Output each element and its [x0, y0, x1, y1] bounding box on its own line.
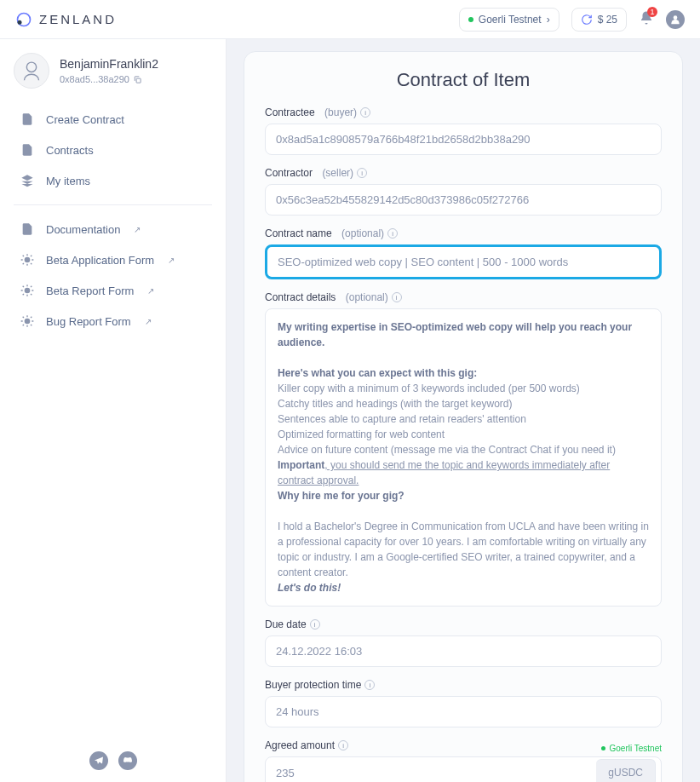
bug-icon	[20, 284, 34, 297]
amount-input[interactable]	[266, 758, 594, 783]
due-date-input[interactable]	[265, 635, 662, 667]
nav-contracts[interactable]: Contracts	[14, 135, 212, 165]
info-icon[interactable]: i	[357, 168, 367, 178]
doc-icon	[20, 222, 34, 236]
contractor-label: Contractor (seller)i	[265, 167, 662, 179]
sidebar: BenjaminFranklin2 0x8ad5...38a290 Create…	[0, 39, 227, 782]
external-link-icon: ↗	[168, 256, 175, 265]
info-icon[interactable]: i	[360, 107, 370, 118]
status-dot-icon	[468, 17, 473, 22]
protection-label: Buyer protection timei	[265, 679, 662, 691]
svg-point-2	[674, 15, 678, 20]
svg-point-1	[18, 20, 22, 24]
telegram-link[interactable]	[89, 751, 108, 770]
divider	[14, 204, 212, 205]
contract-details-text[interactable]: My writing expertise in SEO-optimized we…	[265, 308, 662, 607]
notifications-button[interactable]: 1	[639, 10, 654, 29]
contract-form-card: Contract of Item Contractee (buyer)i Con…	[244, 51, 683, 782]
bug-icon	[20, 253, 34, 267]
contractee-input[interactable]	[265, 124, 662, 155]
contract-details-label: Contract details (optional)i	[265, 291, 662, 303]
external-link-icon: ↗	[147, 286, 154, 296]
due-date-label: Due datei	[265, 618, 662, 630]
nav-beta-report[interactable]: Beta Report Form↗	[14, 275, 212, 306]
amount-label: Agreed amounti	[265, 739, 348, 751]
currency-selector[interactable]: gUSDC	[596, 759, 656, 782]
discord-link[interactable]	[118, 751, 137, 770]
app-header: ZENLAND Goerli Testnet › $ 25 1	[0, 0, 700, 39]
brand-logo[interactable]: ZENLAND	[15, 11, 117, 28]
info-icon[interactable]: i	[387, 228, 398, 239]
account-menu[interactable]	[666, 10, 685, 29]
nav-create-contract[interactable]: Create Contract	[14, 104, 212, 135]
info-icon[interactable]: i	[364, 680, 375, 690]
contractor-input[interactable]	[265, 184, 662, 216]
brand-name: ZENLAND	[39, 12, 117, 26]
info-icon[interactable]: i	[392, 292, 402, 302]
zenland-logo-icon	[15, 11, 32, 28]
nav-documentation[interactable]: Documentation↗	[14, 214, 212, 244]
main-content: Contract of Item Contractee (buyer)i Con…	[227, 39, 700, 782]
user-address: 0x8ad5...38a290	[60, 74, 158, 84]
nav-my-items[interactable]: My items	[14, 165, 212, 196]
protection-input[interactable]	[265, 696, 662, 727]
external-link-icon: ↗	[134, 225, 141, 234]
network-selector[interactable]: Goerli Testnet ›	[459, 8, 559, 32]
copy-icon[interactable]	[133, 75, 142, 84]
contract-name-label: Contract name (optional)i	[265, 227, 662, 239]
telegram-icon	[94, 756, 104, 766]
user-profile[interactable]: BenjaminFranklin2 0x8ad5...38a290	[14, 53, 212, 89]
balance-value: $ 25	[598, 14, 617, 26]
file-plus-icon	[20, 112, 34, 126]
svg-point-6	[25, 288, 31, 294]
bug-icon	[20, 314, 34, 328]
file-icon	[20, 143, 34, 157]
svg-rect-4	[136, 78, 141, 83]
discord-icon	[123, 756, 133, 766]
network-label: Goerli Testnet	[479, 14, 542, 26]
user-icon	[669, 14, 681, 26]
layers-icon	[20, 174, 34, 187]
sidebar-footer	[0, 751, 226, 770]
refresh-icon	[581, 14, 593, 26]
chevron-right-icon: ›	[547, 14, 550, 26]
info-icon[interactable]: i	[338, 740, 348, 750]
user-name: BenjaminFranklin2	[60, 57, 158, 71]
notification-badge: 1	[647, 7, 657, 17]
contract-name-input[interactable]	[265, 244, 662, 279]
balance-chip[interactable]: $ 25	[571, 8, 627, 32]
svg-point-3	[26, 62, 36, 72]
nav-beta-application[interactable]: Beta Application Form↗	[14, 244, 212, 275]
user-avatar	[14, 53, 49, 89]
nav-bug-report[interactable]: Bug Report Form↗	[14, 306, 212, 336]
svg-point-5	[25, 257, 31, 263]
info-icon[interactable]: i	[310, 619, 320, 630]
amount-network-tag: Goerli Testnet	[601, 744, 662, 753]
contractee-label: Contractee (buyer)i	[265, 106, 662, 118]
page-title: Contract of Item	[265, 69, 662, 91]
svg-point-7	[25, 319, 31, 325]
external-link-icon: ↗	[145, 317, 152, 326]
